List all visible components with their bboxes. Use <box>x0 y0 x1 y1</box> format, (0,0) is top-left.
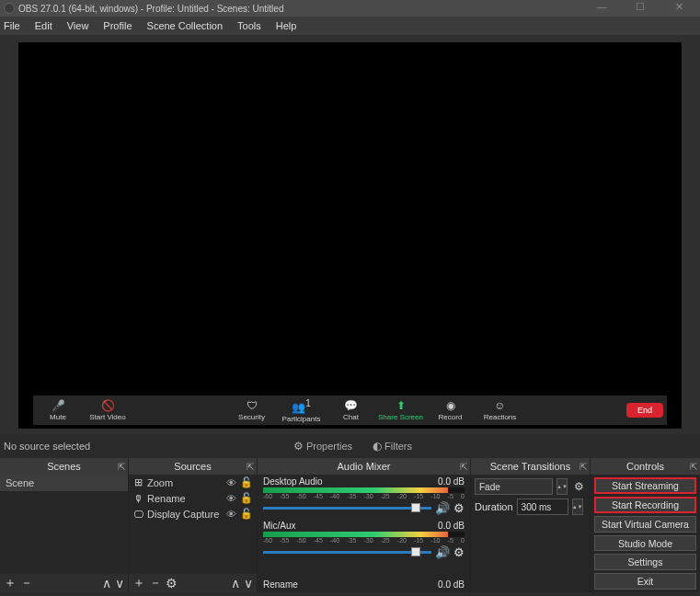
obs-logo-icon <box>4 3 15 14</box>
studio-mode-button[interactable]: Studio Mode <box>594 535 696 552</box>
shield-icon: 🛡 <box>247 399 258 412</box>
meeting-chat-button[interactable]: 💬 Chat <box>327 399 376 421</box>
add-scene-button[interactable]: ＋ <box>4 575 17 591</box>
sources-footer: ＋ － ⚙ ∧ ∨ <box>129 574 257 592</box>
mute-toggle-icon[interactable]: 🔊 <box>435 501 450 515</box>
reactions-icon: ☺ <box>494 399 505 412</box>
lock-toggle-icon[interactable]: 🔓 <box>240 508 253 520</box>
maximize-button[interactable]: ☐ <box>623 1 658 16</box>
scene-transitions-header: Scene Transitions ⇱ <box>471 458 590 475</box>
remove-source-button[interactable]: － <box>149 575 162 591</box>
properties-label: Properties <box>306 441 352 452</box>
duration-spinner[interactable]: ▲▼ <box>572 499 583 515</box>
audio-ticks: -60 -55 -50 -45 -40 -35 -30 -25 -20 -15 … <box>263 493 465 499</box>
meeting-start-video-label: Start Video <box>89 413 125 421</box>
mixer-channel-name: Desktop Audio <box>263 476 323 487</box>
microphone-icon: 🎤 <box>52 399 65 412</box>
sources-list[interactable]: ⊞ Zoom 👁 🔓 🎙 Rename 👁 🔓 🖵 Display Captur… <box>129 475 257 574</box>
source-item-display-capture[interactable]: 🖵 Display Capture 👁 🔓 <box>129 506 257 522</box>
visibility-toggle-icon[interactable]: 👁 <box>226 477 236 488</box>
channel-settings-icon[interactable]: ⚙ <box>453 545 465 559</box>
close-button[interactable]: ✕ <box>661 1 696 16</box>
menu-view[interactable]: View <box>67 20 89 31</box>
filters-label: Filters <box>384 441 412 452</box>
menu-tools[interactable]: Tools <box>237 20 261 31</box>
source-name: Zoom <box>147 477 223 488</box>
meeting-record-label: Record <box>439 413 463 421</box>
scene-down-button[interactable]: ∨ <box>115 576 124 590</box>
minimize-button[interactable]: — <box>584 1 619 16</box>
add-source-button[interactable]: ＋ <box>132 575 145 591</box>
meeting-participants-button[interactable]: 👥1 Participants <box>277 398 327 423</box>
source-up-button[interactable]: ∧ <box>231 576 240 590</box>
lock-toggle-icon[interactable]: 🔓 <box>240 476 253 488</box>
mixer-channel-desktop-audio: Desktop Audio 0.0 dB -60 -55 -50 -45 -40… <box>258 475 470 519</box>
controls-panel: Controls ⇱ Start Streaming Start Recordi… <box>591 458 700 592</box>
controls-header: Controls ⇱ <box>591 458 700 475</box>
transition-settings-icon[interactable]: ⚙ <box>571 479 586 494</box>
transition-spinner[interactable]: ▲▼ <box>557 478 568 495</box>
undock-icon[interactable]: ⇱ <box>690 462 697 472</box>
menu-edit[interactable]: Edit <box>35 20 52 31</box>
meeting-end-label: End <box>637 406 652 415</box>
start-recording-label: Start Recording <box>612 499 679 510</box>
channel-settings-icon[interactable]: ⚙ <box>453 501 465 515</box>
participants-count: 1 <box>305 398 311 408</box>
duration-label: Duration <box>475 501 513 512</box>
scene-transitions-title: Scene Transitions <box>490 461 570 472</box>
undock-icon[interactable]: ⇱ <box>460 462 467 472</box>
no-source-selected-label: No source selected <box>0 441 176 452</box>
source-item-zoom[interactable]: ⊞ Zoom 👁 🔓 <box>129 475 257 490</box>
undock-icon[interactable]: ⇱ <box>580 462 587 472</box>
source-item-rename[interactable]: 🎙 Rename 👁 🔓 <box>129 490 257 506</box>
volume-slider[interactable] <box>263 507 431 510</box>
source-name: Rename <box>147 493 223 504</box>
scene-item[interactable]: Scene <box>0 475 128 491</box>
mixer-channel-level: 0.0 dB <box>438 476 465 487</box>
preview-canvas[interactable]: 🎤 Mute 🚫 Start Video 🛡 Security 👥1 Parti… <box>18 42 682 429</box>
meeting-record-button[interactable]: ◉ Record <box>426 399 476 421</box>
mute-toggle-icon[interactable]: 🔊 <box>435 545 450 559</box>
start-virtual-camera-button[interactable]: Start Virtual Camera <box>594 516 696 533</box>
menu-file[interactable]: File <box>4 20 20 31</box>
start-streaming-button[interactable]: Start Streaming <box>594 477 696 494</box>
panels-row: Scenes ⇱ Scene ＋ － ∧ ∨ Sources ⇱ ⊞ Zoom … <box>0 458 700 592</box>
window-capture-icon: ⊞ <box>132 476 143 488</box>
source-down-button[interactable]: ∨ <box>244 576 253 590</box>
duration-input[interactable]: 300 ms <box>517 499 568 515</box>
start-streaming-label: Start Streaming <box>612 480 679 491</box>
mixer-channel-name: Mic/Aux <box>263 521 296 531</box>
lock-toggle-icon[interactable]: 🔓 <box>240 492 253 504</box>
transition-select[interactable]: Fade <box>475 478 553 495</box>
menu-profile[interactable]: Profile <box>103 20 132 31</box>
mixer-channel-level: 0.0 dB <box>438 521 465 531</box>
meeting-reactions-button[interactable]: ☺ Reactions <box>476 399 525 421</box>
mixer-channel-level: 0.0 dB <box>438 579 465 590</box>
volume-slider[interactable] <box>263 551 431 554</box>
undock-icon[interactable]: ⇱ <box>118 462 125 472</box>
meeting-share-screen-button[interactable]: ⬆ Share Screen <box>376 399 426 421</box>
exit-label: Exit <box>637 576 654 587</box>
filters-button[interactable]: ◐ Filters <box>365 437 419 455</box>
exit-button[interactable]: Exit <box>594 573 696 590</box>
undock-icon[interactable]: ⇱ <box>247 462 254 472</box>
remove-scene-button[interactable]: － <box>20 575 33 591</box>
visibility-toggle-icon[interactable]: 👁 <box>226 493 236 504</box>
meeting-end-button[interactable]: End <box>626 403 663 418</box>
source-name: Display Capture <box>147 509 223 520</box>
meeting-start-video-button[interactable]: 🚫 Start Video <box>83 399 132 421</box>
visibility-toggle-icon[interactable]: 👁 <box>226 509 236 520</box>
preview-area: 🎤 Mute 🚫 Start Video 🛡 Security 👥1 Parti… <box>0 35 700 434</box>
source-properties-button[interactable]: ⚙ <box>166 576 178 590</box>
scenes-list[interactable]: Scene <box>0 475 128 574</box>
meeting-security-button[interactable]: 🛡 Security <box>227 399 277 421</box>
meeting-mute-button[interactable]: 🎤 Mute <box>33 399 83 421</box>
settings-button[interactable]: Settings <box>594 554 696 570</box>
scene-up-button[interactable]: ∧ <box>102 576 111 590</box>
properties-button[interactable]: ⚙ Properties <box>286 437 360 455</box>
start-vcam-label: Start Virtual Camera <box>602 519 689 530</box>
start-recording-button[interactable]: Start Recording <box>594 497 696 513</box>
menu-help[interactable]: Help <box>276 20 297 31</box>
menu-bar: File Edit View Profile Scene Collection … <box>0 17 700 35</box>
menu-scene-collection[interactable]: Scene Collection <box>147 20 224 31</box>
